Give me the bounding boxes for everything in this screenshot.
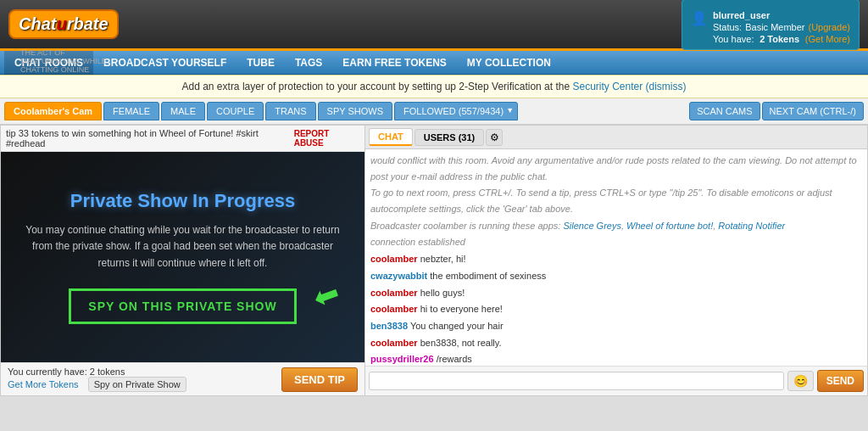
chat-message-2: cwazywabbit the embodiment of sexiness — [370, 268, 862, 284]
header: Chaturbate THE ACT OF MASTURBATING WHILE… — [0, 0, 868, 51]
security-center-link[interactable]: Security Center — [572, 81, 643, 92]
logo-text: Chaturbate — [19, 14, 108, 33]
chat-message-system-2: To go to next room, press CTRL+/. To sen… — [370, 185, 862, 216]
get-more-tokens-link[interactable]: Get More Tokens — [8, 379, 79, 389]
spy-private-link[interactable]: Spy on Private Show — [88, 377, 186, 392]
send-tip-button[interactable]: SEND TIP — [281, 367, 358, 392]
tokens-label: You have: — [713, 34, 754, 44]
status-value: Basic Member — [745, 22, 804, 32]
private-show-title: Private Show In Progress — [70, 190, 295, 212]
username-coolamber-4[interactable]: coolamber — [370, 338, 418, 348]
navigation: CHAT ROOMS BROADCAST YOURSELF TUBE TAGS … — [0, 51, 868, 75]
chat-input[interactable] — [369, 372, 784, 390]
chat-message-1: coolamber nebzter, hi! — [370, 251, 862, 267]
nav-collection[interactable]: MY COLLECTION — [457, 51, 561, 75]
username-coolamber-2[interactable]: coolamber — [370, 288, 418, 298]
chat-message-apps: Broadcaster coolamber is running these a… — [370, 218, 862, 234]
app-link-rotating[interactable]: Rotating Notifier — [718, 221, 785, 231]
status-label: Status: — [713, 22, 742, 32]
token-info: You currently have: 2 tokens Get More To… — [8, 367, 186, 392]
token-bar: You currently have: 2 tokens Get More To… — [1, 362, 364, 395]
chat-message-system-1: would conflict with this room. Avoid any… — [370, 153, 862, 184]
tab-female[interactable]: FEMALE — [103, 102, 159, 120]
user-avatar-icon: 👤 — [691, 10, 708, 26]
chat-messages: would conflict with this room. Avoid any… — [365, 149, 867, 366]
tab-spy-shows[interactable]: SPY SHOWS — [318, 102, 392, 120]
app-link-wheel[interactable]: Wheel of fortune bot! — [626, 221, 713, 231]
ticker-bar: tip 33 tokens to win something hot in Wh… — [1, 126, 364, 152]
emoji-button[interactable]: 😊 — [787, 371, 814, 391]
report-abuse-link[interactable]: REPORT ABUSE — [294, 129, 359, 148]
spy-on-private-show-button[interactable]: SPY ON THIS PRIVATE SHOW — [69, 288, 296, 324]
chat-message-5: ben3838 You changed your hair — [370, 318, 862, 334]
username-cwazy[interactable]: cwazywabbit — [370, 271, 427, 281]
tab-cam-name[interactable]: Coolamber's Cam — [4, 102, 102, 120]
chat-message-7: pussydriller26 /rewards — [370, 351, 862, 366]
tab-trans[interactable]: TRANS — [265, 102, 315, 120]
send-chat-button[interactable]: SEND — [817, 370, 864, 392]
tokens-value: 2 Tokens — [760, 34, 799, 44]
app-link-silence-greys[interactable]: Silence Greys — [563, 221, 620, 231]
chat-connection-established: connection established — [370, 234, 862, 250]
chat-tab-users[interactable]: USERS (31) — [415, 129, 485, 146]
chat-message-6: coolamber ben3838, not really. — [370, 335, 862, 351]
logo: Chaturbate — [8, 9, 119, 39]
chat-input-area: 😊 SEND — [365, 366, 867, 395]
username-ben3838-1[interactable]: ben3838 — [370, 321, 408, 331]
alert-text: Add an extra layer of protection to your… — [182, 81, 570, 92]
tab-male[interactable]: MALE — [161, 102, 205, 120]
main-content: tip 33 tokens to win something hot in Wh… — [0, 125, 868, 396]
username-pussydriller[interactable]: pussydriller26 — [370, 354, 434, 364]
username-coolamber-1[interactable]: coolamber — [370, 254, 418, 264]
tab-followed[interactable]: FOLLOWED (557/9434) — [394, 102, 518, 120]
nav-earn-tokens[interactable]: EARN FREE TOKENS — [332, 51, 456, 75]
video-panel: tip 33 tokens to win something hot in Wh… — [1, 126, 365, 395]
nav-tube[interactable]: TUBE — [236, 51, 285, 75]
username: blurred_user — [713, 10, 770, 20]
chat-message-3: coolamber hello guys! — [370, 285, 862, 301]
user-info-panel: 👤 blurred_user Status: Basic Member (Upg… — [682, 0, 860, 50]
green-arrow-icon: ⬅ — [309, 275, 345, 317]
private-show-description: You may continue chatting while you wait… — [18, 222, 348, 271]
username-coolamber-3[interactable]: coolamber — [370, 304, 418, 314]
dismiss-link[interactable]: (dismiss) — [646, 81, 687, 92]
next-cam-button[interactable]: NEXT CAM (CTRL-/) — [762, 102, 864, 120]
upgrade-link[interactable]: (Upgrade) — [808, 22, 850, 32]
chat-tab-chat[interactable]: CHAT — [369, 128, 413, 146]
current-tokens: You currently have: 2 tokens — [8, 367, 186, 377]
token-links: Get More Tokens Spy on Private Show — [8, 377, 186, 392]
chat-message-4: coolamber hi to everyone here! — [370, 301, 862, 317]
tagline: THE ACT OF MASTURBATING WHILE CHATTING O… — [20, 48, 119, 74]
tab-couple[interactable]: COUPLE — [207, 102, 264, 120]
chat-settings-gear-icon[interactable]: ⚙ — [486, 129, 503, 146]
nav-tags[interactable]: TAGS — [285, 51, 332, 75]
get-more-link[interactable]: (Get More) — [805, 34, 850, 44]
chat-panel: CHAT USERS (31) ⚙ would conflict with th… — [365, 126, 867, 395]
ticker-text: tip 33 tokens to win something hot in Wh… — [6, 128, 294, 148]
chat-tabs: CHAT USERS (31) ⚙ — [365, 126, 867, 149]
scan-cams-button[interactable]: SCAN CAMS — [689, 102, 760, 120]
video-area: Private Show In Progress You may continu… — [1, 152, 364, 362]
alert-bar: Add an extra layer of protection to your… — [0, 75, 868, 98]
tabs-row: Coolamber's Cam FEMALE MALE COUPLE TRANS… — [0, 98, 868, 125]
